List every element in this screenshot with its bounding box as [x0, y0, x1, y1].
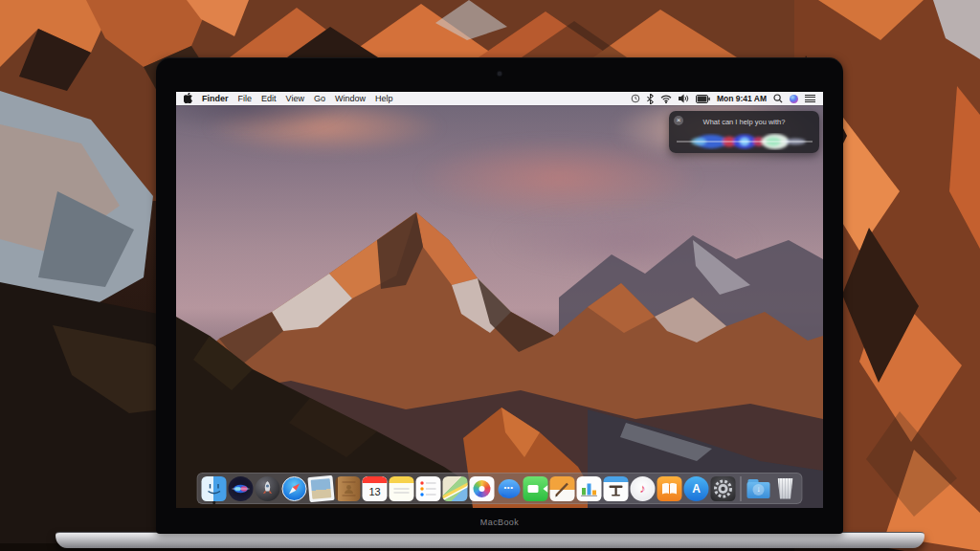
menu-help[interactable]: Help — [375, 94, 393, 103]
trash-basket-icon — [776, 478, 794, 499]
address-book-icon — [336, 476, 361, 501]
download-arrow-icon: ↓ — [753, 484, 765, 496]
video-camera-icon — [527, 485, 538, 493]
dock-icon-trash[interactable] — [773, 476, 798, 501]
dock-icon-downloads[interactable]: ↓ — [746, 476, 771, 501]
compass-icon — [283, 477, 306, 500]
calendar-header — [363, 476, 388, 483]
bluetooth-icon[interactable] — [647, 94, 654, 104]
color-wheel-icon — [474, 480, 491, 497]
siri-wave-icon — [229, 476, 254, 501]
rocket-icon — [256, 476, 280, 501]
running-indicator — [212, 501, 215, 504]
siri-icon[interactable] — [790, 95, 798, 103]
siri-popup: × What can I help you with? — [669, 111, 819, 153]
gear-icon — [711, 476, 736, 501]
appstore-a-glyph: A — [692, 482, 701, 496]
dock-icon-maps[interactable] — [443, 476, 468, 501]
speech-bubble-icon: ••• — [498, 479, 520, 498]
maps-road — [443, 478, 468, 498]
facetime-camera-dot — [498, 72, 501, 76]
open-book-icon — [657, 476, 682, 501]
dock-icon-reminders[interactable] — [416, 476, 441, 501]
apple-menu[interactable] — [184, 93, 192, 105]
bar-chart-icon — [577, 476, 602, 501]
dock: 13 ••• — [197, 473, 803, 504]
siri-prompt: What can I help you with? — [669, 118, 819, 126]
apple-logo-icon — [184, 93, 192, 103]
dock-icon-appstore[interactable]: A — [684, 476, 709, 501]
siri-waveform — [677, 133, 813, 150]
volume-icon[interactable] — [679, 94, 689, 103]
dock-icon-mail[interactable] — [307, 474, 334, 501]
dock-icon-itunes[interactable]: ♪ — [631, 476, 656, 501]
dock-icon-photos[interactable] — [470, 476, 495, 501]
notes-lines-icon — [390, 476, 414, 501]
dock-icon-launchpad[interactable] — [256, 476, 280, 501]
dock-icon-notes[interactable] — [390, 476, 414, 501]
dock-icon-messages[interactable]: ••• — [497, 476, 522, 501]
dock-icon-finder[interactable] — [202, 476, 227, 501]
macbook-display: MacBook — [156, 57, 843, 534]
dock-icon-numbers[interactable] — [577, 476, 602, 501]
photo-scene: MacBook — [0, 0, 980, 551]
dock-icon-pages[interactable] — [550, 476, 575, 501]
folder-icon: ↓ — [747, 482, 770, 498]
ellipsis-glyph: ••• — [504, 483, 514, 492]
wifi-icon[interactable] — [660, 94, 672, 103]
menu-bar: Finder File Edit View Go Window Help Mon… — [176, 92, 823, 105]
desktop[interactable]: Finder File Edit View Go Window Help Mon… — [176, 92, 823, 508]
video-camera-lens — [539, 485, 547, 493]
clock-icon[interactable] — [631, 94, 640, 103]
dock-icon-calendar[interactable]: 13 — [363, 476, 388, 501]
reminders-list-icon — [416, 476, 441, 501]
dock-icon-ibooks[interactable] — [657, 476, 682, 501]
dock-icon-siri[interactable] — [229, 476, 254, 501]
dock-icon-system-preferences[interactable] — [711, 476, 736, 501]
wallpaper-mountains — [176, 92, 823, 508]
dock-icon-safari[interactable] — [282, 476, 307, 501]
music-note-icon: ♪ — [639, 481, 646, 496]
battery-icon[interactable] — [696, 95, 710, 103]
podium-icon — [604, 476, 629, 501]
device-label: MacBook — [156, 518, 843, 527]
spotlight-icon[interactable] — [773, 94, 783, 103]
menu-finder[interactable]: Finder — [202, 94, 229, 103]
dock-divider — [741, 476, 742, 501]
close-icon[interactable]: × — [674, 116, 683, 125]
calendar-day: 13 — [363, 483, 388, 501]
menu-clock[interactable]: Mon 9:41 AM — [717, 94, 767, 103]
notification-center-icon[interactable] — [805, 94, 815, 103]
dock-icon-contacts[interactable] — [336, 476, 361, 501]
menu-file[interactable]: File — [238, 94, 253, 103]
dock-icon-keynote[interactable] — [604, 476, 629, 501]
mail-stamp-icon — [311, 478, 332, 499]
menu-edit[interactable]: Edit — [261, 94, 277, 103]
menu-view[interactable]: View — [286, 94, 304, 103]
menu-go[interactable]: Go — [314, 94, 325, 103]
finder-face-icon — [202, 476, 227, 501]
pen-icon — [550, 476, 575, 501]
dock-icon-facetime[interactable] — [523, 476, 548, 501]
macbook-base — [56, 532, 924, 548]
menu-window[interactable]: Window — [335, 94, 366, 103]
